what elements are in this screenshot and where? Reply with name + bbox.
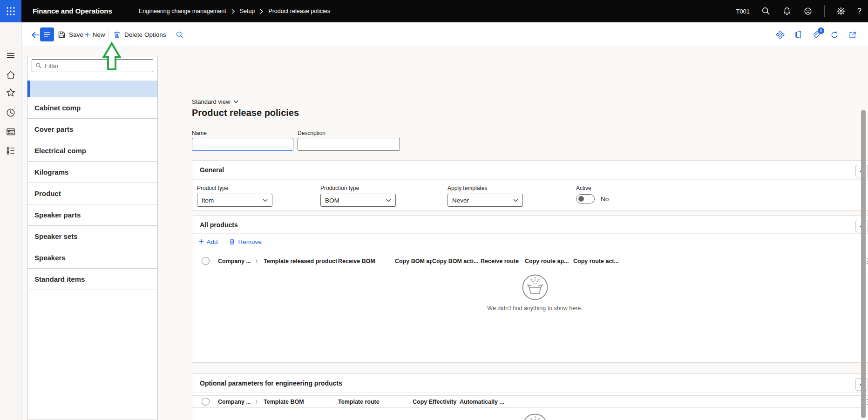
search-icon[interactable] [761, 7, 771, 16]
column-label: Company ... [218, 399, 251, 405]
top-bar: Finance and Operations Engineering chang… [0, 0, 868, 22]
waffle-icon [5, 6, 16, 17]
list-item-label: Speakers [34, 254, 66, 262]
options-menu[interactable]: Options [144, 22, 166, 47]
breadcrumb-module[interactable]: Engineering change management [139, 8, 226, 14]
column-header[interactable]: Automatically ... [460, 399, 504, 405]
scrollbar-thumb[interactable] [861, 110, 866, 418]
list-item[interactable]: Cover parts [27, 119, 157, 140]
save-label: Save [69, 31, 83, 38]
select-all-radio[interactable] [202, 257, 210, 265]
settings-gear-icon[interactable] [836, 7, 846, 16]
column-header[interactable]: Template released product [264, 258, 338, 264]
list-lines-icon [43, 30, 51, 39]
dropdown[interactable]: Never [448, 194, 523, 207]
column-header[interactable]: Company ... ↑ [218, 399, 264, 405]
page-content: Cabinet compCover partsElectrical compKi… [22, 47, 868, 420]
dropdown-value: Never [452, 197, 469, 204]
list-item[interactable]: Standard items [27, 269, 157, 290]
office-icon[interactable] [793, 30, 803, 40]
section-title: Optional parameters for engineering prod… [200, 379, 342, 387]
list-item[interactable]: Electrical comp [27, 140, 157, 162]
view-selector[interactable]: Standard view [192, 98, 238, 105]
name-field[interactable] [192, 138, 293, 151]
recent-clock-icon[interactable] [6, 108, 16, 118]
topbar-divider [824, 5, 825, 17]
view-selector-label: Standard view [192, 98, 230, 105]
menu-hamburger-icon[interactable] [6, 50, 16, 61]
field-label: Product type [197, 185, 272, 191]
column-header[interactable]: Copy BOM acti... [432, 258, 481, 264]
list-item[interactable]: Kilograms [27, 162, 157, 183]
new-button[interactable]: + New [85, 22, 105, 47]
grid-header: Company ... ↑ Template BOMTemplate route… [192, 395, 868, 408]
active-field: Active No [576, 185, 609, 203]
list-item[interactable]: Cabinet comp [27, 97, 157, 119]
delete-button[interactable]: Delete [113, 22, 142, 47]
column-header[interactable]: Template route [338, 399, 413, 405]
form-field: Production type BOM [320, 185, 396, 207]
list-item-label: Cabinet comp [34, 104, 81, 112]
active-toggle[interactable] [576, 194, 595, 203]
column-header[interactable]: Receive BOM [338, 258, 395, 264]
record-list: Cabinet compCover partsElectrical compKi… [27, 97, 157, 290]
dropdown[interactable]: BOM [320, 194, 396, 207]
help-button[interactable]: ? [857, 7, 861, 15]
finance-operations-app: Finance and Operations Engineering chang… [0, 0, 868, 420]
empty-box-icon [522, 274, 549, 301]
column-header[interactable]: Template BOM [264, 399, 338, 405]
field-label: Apply templates [448, 185, 523, 191]
remove-button[interactable]: Remove [228, 238, 262, 245]
modules-checklist-icon[interactable] [6, 145, 16, 156]
feedback-smiley-icon[interactable] [803, 7, 813, 16]
list-item[interactable]: Product [27, 183, 157, 204]
column-header[interactable]: Company ... ↑ [218, 258, 264, 264]
column-label: Company ... [218, 258, 251, 264]
description-field[interactable] [298, 138, 400, 151]
list-item[interactable]: Speakers [27, 247, 157, 269]
general-fields: Product type Item Production type BOM Ap… [192, 161, 868, 210]
company-picker[interactable]: T001 [736, 8, 750, 15]
list-item-label: Speaker sets [34, 232, 78, 240]
save-button[interactable]: Save [57, 22, 83, 47]
form-field: Apply templates Never [448, 185, 523, 207]
favorites-star-icon[interactable] [6, 88, 16, 98]
notifications-bell-icon[interactable] [782, 7, 792, 16]
empty-state: We didn't find anything to show here. [192, 274, 868, 312]
list-panel-toggle-button[interactable] [40, 27, 54, 41]
find-icon[interactable] [176, 22, 184, 47]
add-button[interactable]: + Add [199, 237, 218, 246]
column-header[interactable]: Receive route [481, 258, 525, 264]
open-in-new-window-icon[interactable] [848, 30, 858, 40]
field-label: Production type [320, 185, 396, 191]
app-launcher-button[interactable] [0, 0, 21, 22]
toggle-knob [578, 196, 584, 202]
selected-record-row[interactable] [27, 81, 157, 97]
home-icon[interactable] [6, 70, 16, 80]
column-header[interactable]: Copy route act... [573, 258, 619, 264]
general-section: General Product type Item Production typ… [192, 160, 868, 211]
refresh-icon[interactable] [829, 30, 840, 40]
attachments-paperclip-icon[interactable]: 0 [811, 30, 821, 40]
column-header[interactable]: Copy route ap... [525, 258, 573, 264]
dropdown[interactable]: Item [197, 194, 272, 207]
column-headers: Template released productReceive BOMCopy… [264, 258, 864, 264]
list-item[interactable]: Speaker parts [27, 204, 157, 226]
workspaces-icon[interactable] [6, 127, 16, 137]
chevron-down-icon [513, 199, 518, 202]
list-item-label: Product [34, 190, 61, 197]
back-button[interactable] [30, 22, 41, 47]
save-floppy-icon [57, 30, 66, 39]
empty-state: We didn't find anything to show here. [192, 413, 868, 420]
diamonds-icon[interactable] [775, 30, 785, 40]
select-all-radio[interactable] [202, 398, 210, 406]
section-divider [192, 393, 868, 393]
sort-ascending-icon: ↑ [255, 399, 258, 405]
toolbar-divider [141, 29, 141, 40]
list-item[interactable]: Speaker sets [27, 226, 157, 247]
dropdown-value: BOM [325, 197, 339, 204]
column-header[interactable]: Copy Effectivity [413, 399, 460, 405]
column-header[interactable]: Copy BOM ap... [395, 258, 432, 264]
breadcrumb-setup[interactable]: Setup [240, 8, 255, 14]
filter-input[interactable] [45, 62, 149, 69]
